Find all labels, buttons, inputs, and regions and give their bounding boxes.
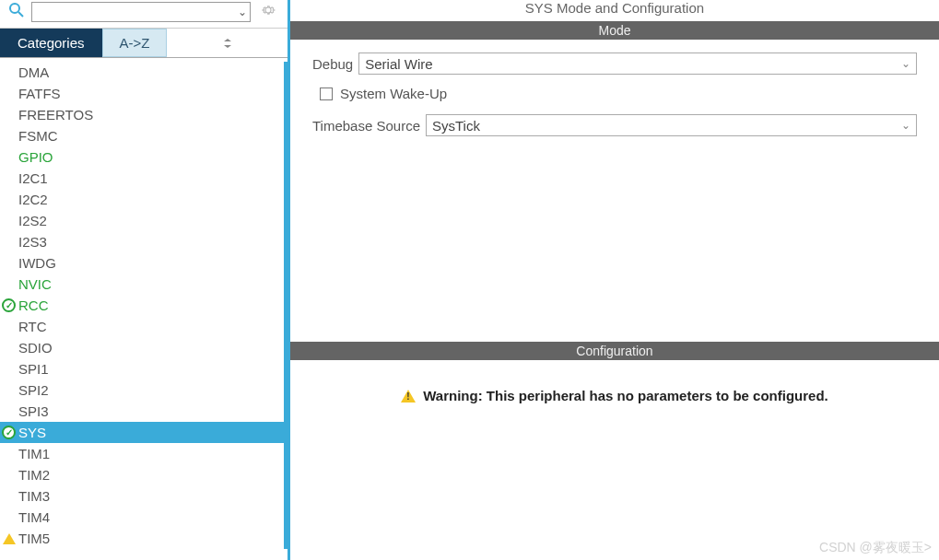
- sidebar-item-label: TIM3: [18, 488, 50, 504]
- svg-point-0: [10, 4, 19, 13]
- svg-line-1: [18, 12, 23, 17]
- sidebar-item-i2c2[interactable]: I2C2: [0, 189, 284, 210]
- sidebar-item-label: GPIO: [18, 149, 53, 165]
- configuration-section-header: Configuration: [290, 342, 939, 360]
- sidebar-item-rcc[interactable]: ✓RCC: [0, 295, 284, 316]
- timebase-row: Timebase Source SysTick ⌄: [312, 114, 917, 136]
- sidebar-item-label: RTC: [18, 319, 47, 334]
- warning-icon: [3, 533, 16, 544]
- sidebar-item-tim4[interactable]: TIM4: [0, 507, 284, 528]
- sidebar-item-label: TIM1: [18, 446, 50, 461]
- sidebar-item-dma[interactable]: DMA: [0, 62, 284, 83]
- sidebar-item-label: SYS: [18, 425, 46, 440]
- sidebar-item-label: FREERTOS: [18, 107, 93, 122]
- config-warning: Warning: This peripheral has no paramete…: [312, 388, 917, 403]
- page-title: SYS Mode and Configuration: [290, 0, 939, 21]
- chevron-down-icon: ⌄: [901, 57, 910, 70]
- wake-row[interactable]: System Wake-Up: [320, 86, 917, 101]
- sidebar-item-label: SPI2: [18, 382, 49, 398]
- sidebar-item-nvic[interactable]: NVIC: [0, 274, 284, 295]
- timebase-select[interactable]: SysTick ⌄: [426, 114, 917, 136]
- chevron-down-icon: ⌄: [901, 119, 910, 132]
- sidebar-item-label: RCC: [18, 298, 49, 313]
- search-input[interactable]: [31, 2, 251, 22]
- check-icon: ✓: [2, 298, 16, 312]
- sidebar-item-label: I2S3: [18, 234, 47, 250]
- peripheral-list[interactable]: DMAFATFSFREERTOSFSMCGPIOI2C1I2C2I2S2I2S3…: [0, 58, 288, 560]
- search-icon[interactable]: [6, 3, 28, 21]
- sidebar-item-iwdg[interactable]: IWDG: [0, 252, 284, 274]
- sidebar-item-i2c1[interactable]: I2C1: [0, 168, 284, 189]
- sidebar-item-rtc[interactable]: RTC: [0, 316, 284, 337]
- sidebar-item-sdio[interactable]: SDIO: [0, 337, 284, 358]
- sort-handle-icon[interactable]: [167, 29, 288, 57]
- sidebar-item-label: TIM5: [18, 531, 50, 546]
- config-warning-text: Warning: This peripheral has no paramete…: [423, 388, 828, 403]
- sidebar-item-label: SDIO: [18, 340, 53, 356]
- debug-label: Debug: [312, 56, 353, 72]
- sidebar-item-fatfs[interactable]: FATFS: [0, 83, 284, 104]
- sidebar-item-spi1[interactable]: SPI1: [0, 358, 284, 379]
- warning-icon: [401, 390, 416, 402]
- check-icon: ✓: [2, 426, 16, 439]
- timebase-label: Timebase Source: [312, 118, 420, 134]
- wake-checkbox[interactable]: [320, 88, 333, 100]
- sidebar-item-gpio[interactable]: GPIO: [0, 146, 284, 168]
- sidebar-item-label: I2C1: [18, 170, 48, 186]
- sidebar-item-label: TIM4: [18, 509, 50, 525]
- sidebar-item-tim5[interactable]: TIM5: [0, 528, 284, 549]
- wake-label: System Wake-Up: [340, 86, 447, 101]
- sidebar-item-label: FATFS: [18, 86, 61, 101]
- tab-categories[interactable]: Categories: [0, 29, 102, 57]
- sidebar-item-tim3[interactable]: TIM3: [0, 485, 284, 507]
- sidebar-item-label: DMA: [18, 64, 49, 80]
- sidebar-item-label: I2S2: [18, 213, 47, 228]
- sidebar-item-spi2[interactable]: SPI2: [0, 379, 284, 401]
- debug-select-value: Serial Wire: [365, 56, 432, 72]
- tabs-row: Categories A->Z: [0, 29, 288, 58]
- sidebar-item-freertos[interactable]: FREERTOS: [0, 104, 284, 125]
- sidebar-item-label: TIM2: [18, 467, 50, 483]
- sidebar-item-label: IWDG: [18, 255, 56, 271]
- mode-body: Debug Serial Wire ⌄ System Wake-Up Timeb…: [290, 40, 939, 160]
- sidebar-item-fsmc[interactable]: FSMC: [0, 125, 284, 146]
- sidebar-item-tim2[interactable]: TIM2: [0, 464, 284, 485]
- sidebar-item-tim1[interactable]: TIM1: [0, 443, 284, 464]
- left-pane: ⌄ Categories A->Z DMAFATFSFREERTOSFSMCGP…: [0, 0, 290, 560]
- right-pane: SYS Mode and Configuration Mode Debug Se…: [290, 0, 939, 560]
- sidebar-item-spi3[interactable]: SPI3: [0, 401, 284, 422]
- config-body: Warning: This peripheral has no paramete…: [290, 360, 939, 431]
- tab-alpha[interactable]: A->Z: [102, 29, 168, 57]
- sidebar-item-label: FSMC: [18, 128, 58, 144]
- sidebar-item-i2s2[interactable]: I2S2: [0, 210, 284, 231]
- mode-section-header: Mode: [290, 21, 939, 40]
- debug-select[interactable]: Serial Wire ⌄: [358, 52, 917, 75]
- gear-icon[interactable]: [254, 2, 282, 22]
- sidebar-item-label: SPI1: [18, 361, 49, 377]
- timebase-select-value: SysTick: [432, 118, 480, 134]
- search-row: ⌄: [0, 0, 288, 29]
- debug-row: Debug Serial Wire ⌄: [312, 52, 917, 75]
- sidebar-item-label: I2C2: [18, 192, 48, 207]
- sidebar-item-sys[interactable]: ✓SYS: [0, 422, 284, 443]
- sidebar-item-label: NVIC: [18, 276, 52, 292]
- sidebar-item-i2s3[interactable]: I2S3: [0, 231, 284, 252]
- sidebar-item-label: SPI3: [18, 403, 49, 419]
